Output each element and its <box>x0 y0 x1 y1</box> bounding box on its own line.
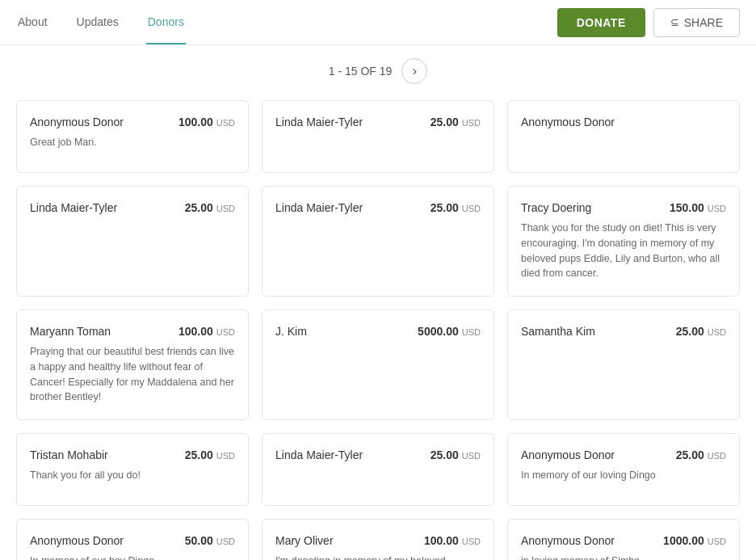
donor-card-header: Tracy Doering 150.00 USD <box>521 201 726 214</box>
donor-card: Anonymous Donor <box>507 100 740 173</box>
donor-card: Linda Maier-Tyler 25.00 USD <box>262 433 494 506</box>
donor-card-header: Anonymous Donor 25.00 USD <box>521 448 726 461</box>
donor-currency: USD <box>705 537 726 546</box>
donor-name: Linda Maier-Tyler <box>275 201 363 214</box>
donor-card: Anonymous Donor 50.00 USD In memory of o… <box>16 519 249 560</box>
donor-card-header: Linda Maier-Tyler 25.00 USD <box>275 116 481 128</box>
donor-name: Anonymous Donor <box>521 448 615 461</box>
donor-currency: USD <box>214 327 235 337</box>
donor-currency: USD <box>705 451 726 461</box>
donor-card: Anonymous Donor 100.00 USD Great job Mar… <box>16 100 249 173</box>
donor-currency: USD <box>214 118 235 128</box>
donor-name: Anonymous Donor <box>521 534 615 547</box>
donor-currency: USD <box>214 451 235 461</box>
donor-message: Great job Mari. <box>30 135 235 150</box>
tab-about[interactable]: About <box>16 0 49 44</box>
donor-message: in loving memory of Simba <box>521 554 726 560</box>
donor-message: Praying that our beautiful best friends … <box>30 344 235 405</box>
donor-card-header: Mary Oliver 100.00 USD <box>275 534 481 547</box>
donor-card-header: Tristan Mohabir 25.00 USD <box>30 448 235 461</box>
donor-name: Anonymous Donor <box>30 116 124 128</box>
donor-currency: USD <box>705 327 726 337</box>
donor-amount: 5000.00 USD <box>418 325 481 338</box>
tab-updates[interactable]: Updates <box>75 0 120 44</box>
donor-card: Tracy Doering 150.00 USD Thank you for t… <box>507 186 740 297</box>
donor-message: I'm donating in memory of my beloved Mor… <box>275 554 481 560</box>
donor-message: In memory of our boy Dingo <box>30 554 235 560</box>
chevron-right-icon: › <box>413 64 417 78</box>
donor-amount: 25.00 USD <box>185 448 235 461</box>
donor-name: Mary Oliver <box>275 534 334 547</box>
donor-card-header: Linda Maier-Tyler 25.00 USD <box>275 448 481 461</box>
donor-amount: 100.00 USD <box>178 325 235 338</box>
donor-card-header: Samantha Kim 25.00 USD <box>521 325 726 338</box>
donor-amount: 25.00 USD <box>676 448 726 461</box>
donor-message: In memory of our loving Dingo <box>521 468 726 483</box>
donor-message: Thank you for the study on diet! This is… <box>521 221 726 281</box>
donor-name: Tracy Doering <box>521 201 591 214</box>
donor-name: Anonymous Donor <box>30 534 124 547</box>
donor-amount: 1000.00 USD <box>663 534 726 547</box>
donor-amount: 50.00 USD <box>185 534 235 547</box>
share-icon: ⊆ <box>670 16 679 28</box>
donor-card: J. Kim 5000.00 USD <box>262 309 494 420</box>
donor-name: J. Kim <box>275 325 307 338</box>
donor-name: Linda Maier-Tyler <box>30 201 117 214</box>
donor-name: Linda Maier-Tyler <box>275 116 363 128</box>
donor-card-header: Anonymous Donor 1000.00 USD <box>521 534 726 547</box>
donor-name: Linda Maier-Tyler <box>275 448 363 461</box>
donor-name: Samantha Kim <box>521 325 595 338</box>
share-label: SHARE <box>684 16 723 29</box>
donor-amount: 25.00 USD <box>676 325 726 338</box>
donor-currency: USD <box>460 537 481 546</box>
donor-card: Anonymous Donor 1000.00 USD in loving me… <box>507 519 740 560</box>
nav-tabs: About Updates Donors <box>16 0 186 44</box>
donor-currency: USD <box>214 537 235 546</box>
header: About Updates Donors DONATE ⊆ SHARE <box>0 0 756 45</box>
donor-card: Samantha Kim 25.00 USD <box>507 309 740 420</box>
donor-card: Linda Maier-Tyler 25.00 USD <box>16 186 249 297</box>
donor-name: Maryann Toman <box>30 325 111 338</box>
donor-amount: 25.00 USD <box>430 116 481 128</box>
donor-card: Mary Oliver 100.00 USD I'm donating in m… <box>262 519 494 560</box>
donor-card-header: Anonymous Donor 50.00 USD <box>30 534 235 547</box>
donor-currency: USD <box>460 327 481 337</box>
donor-currency: USD <box>214 204 235 213</box>
donor-card-header: Linda Maier-Tyler 25.00 USD <box>30 201 235 214</box>
donor-currency: USD <box>460 118 481 128</box>
donor-card-header: Anonymous Donor 100.00 USD <box>30 116 235 128</box>
donor-card-header: Linda Maier-Tyler 25.00 USD <box>275 201 481 214</box>
donor-card: Linda Maier-Tyler 25.00 USD <box>262 186 494 297</box>
tab-donors[interactable]: Donors <box>146 0 186 44</box>
donor-card: Maryann Toman 100.00 USD Praying that ou… <box>16 309 249 420</box>
donor-card: Tristan Mohabir 25.00 USD Thank you for … <box>16 433 249 506</box>
donor-amount: 25.00 USD <box>430 201 481 214</box>
share-button[interactable]: ⊆ SHARE <box>653 8 740 37</box>
donor-currency: USD <box>705 204 726 213</box>
donor-amount: 25.00 USD <box>430 448 481 461</box>
donor-card-header: Maryann Toman 100.00 USD <box>30 325 235 338</box>
donor-amount: 100.00 USD <box>178 116 235 128</box>
donor-card: Anonymous Donor 25.00 USD In memory of o… <box>507 433 740 506</box>
donor-card: Linda Maier-Tyler 25.00 USD <box>262 100 494 173</box>
donors-grid: Anonymous Donor 100.00 USD Great job Mar… <box>0 94 756 560</box>
donor-amount: 100.00 USD <box>424 534 481 547</box>
donor-amount: 25.00 USD <box>185 201 235 214</box>
donor-currency: USD <box>460 204 481 213</box>
donor-currency: USD <box>460 451 481 461</box>
donor-card-header: Anonymous Donor <box>521 116 726 128</box>
donor-name: Tristan Mohabir <box>30 448 108 461</box>
donor-card-header: J. Kim 5000.00 USD <box>275 325 481 338</box>
header-actions: DONATE ⊆ SHARE <box>557 8 740 37</box>
donor-name: Anonymous Donor <box>521 116 615 128</box>
donor-amount: 150.00 USD <box>670 201 726 214</box>
donor-message: Thank you for all you do! <box>30 468 235 483</box>
donate-button[interactable]: DONATE <box>557 8 645 37</box>
pagination-row: 1 - 15 OF 19 › <box>0 45 756 94</box>
pagination-next-button[interactable]: › <box>401 58 427 84</box>
pagination-text: 1 - 15 OF 19 <box>329 65 393 78</box>
